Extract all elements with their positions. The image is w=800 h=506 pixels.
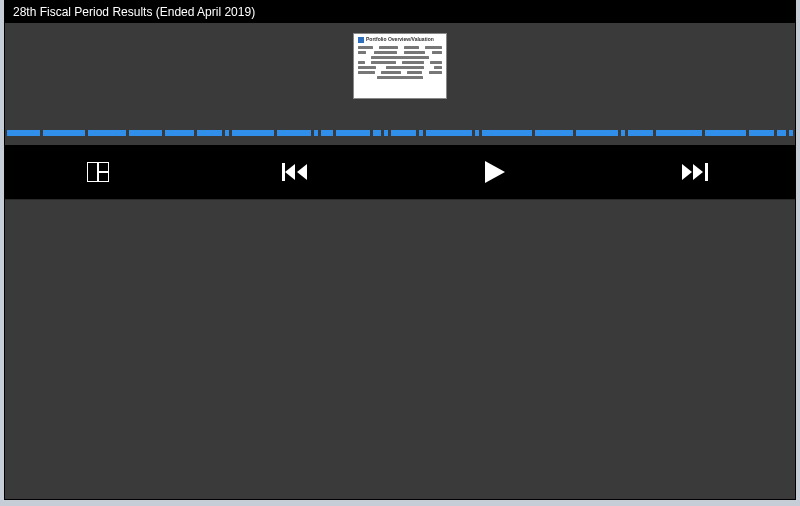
previous-button[interactable]: [195, 145, 395, 199]
timeline-segment[interactable]: [475, 130, 479, 136]
timeline-segment[interactable]: [314, 130, 318, 136]
timeline-segment[interactable]: [88, 130, 126, 136]
title-bar: 28th Fiscal Period Results (Ended April …: [5, 1, 795, 23]
svg-rect-9: [705, 163, 708, 181]
play-button[interactable]: [395, 145, 595, 199]
timeline-segment[interactable]: [656, 130, 702, 136]
timeline-segment[interactable]: [621, 130, 625, 136]
timeline[interactable]: [5, 121, 795, 145]
playback-controls: [5, 145, 795, 199]
timeline-segment[interactable]: [336, 130, 369, 136]
layout-icon: [87, 162, 109, 182]
timeline-segment[interactable]: [749, 130, 774, 136]
svg-marker-4: [285, 164, 295, 180]
timeline-segment[interactable]: [777, 130, 785, 136]
svg-marker-6: [485, 161, 505, 183]
timeline-segment[interactable]: [225, 130, 229, 136]
timeline-segment[interactable]: [197, 130, 222, 136]
timeline-segment[interactable]: [628, 130, 653, 136]
timeline-segment[interactable]: [277, 130, 310, 136]
timeline-segment[interactable]: [535, 130, 573, 136]
timeline-segment[interactable]: [165, 130, 194, 136]
slide-bullet-icon: [358, 37, 364, 43]
timeline-segment[interactable]: [391, 130, 416, 136]
slide-thumbnail[interactable]: Portfolio Overview/Valuation: [353, 33, 447, 99]
next-button[interactable]: [595, 145, 795, 199]
timeline-segment[interactable]: [789, 130, 793, 136]
svg-marker-8: [693, 164, 703, 180]
timeline-segment[interactable]: [232, 130, 274, 136]
timeline-segment[interactable]: [426, 130, 472, 136]
timeline-segment[interactable]: [373, 130, 381, 136]
layout-toggle-button[interactable]: [5, 145, 195, 199]
timeline-segment[interactable]: [321, 130, 334, 136]
slide-heading: Portfolio Overview/Valuation: [366, 37, 434, 43]
timeline-segment[interactable]: [129, 130, 162, 136]
timeline-segment[interactable]: [419, 130, 423, 136]
svg-marker-5: [297, 164, 307, 180]
skip-forward-icon: [682, 163, 708, 181]
timeline-segment[interactable]: [43, 130, 85, 136]
thumbnail-strip: Portfolio Overview/Valuation: [5, 23, 795, 121]
timeline-segment[interactable]: [576, 130, 618, 136]
content-area: [5, 199, 795, 499]
skip-back-icon: [282, 163, 308, 181]
svg-rect-3: [282, 163, 285, 181]
timeline-segment[interactable]: [384, 130, 388, 136]
player-frame: 28th Fiscal Period Results (Ended April …: [4, 0, 796, 500]
timeline-segment[interactable]: [7, 130, 40, 136]
timeline-segment[interactable]: [705, 130, 747, 136]
play-icon: [485, 161, 505, 183]
presentation-title: 28th Fiscal Period Results (Ended April …: [13, 5, 255, 19]
svg-marker-7: [682, 164, 692, 180]
timeline-segment[interactable]: [482, 130, 532, 136]
